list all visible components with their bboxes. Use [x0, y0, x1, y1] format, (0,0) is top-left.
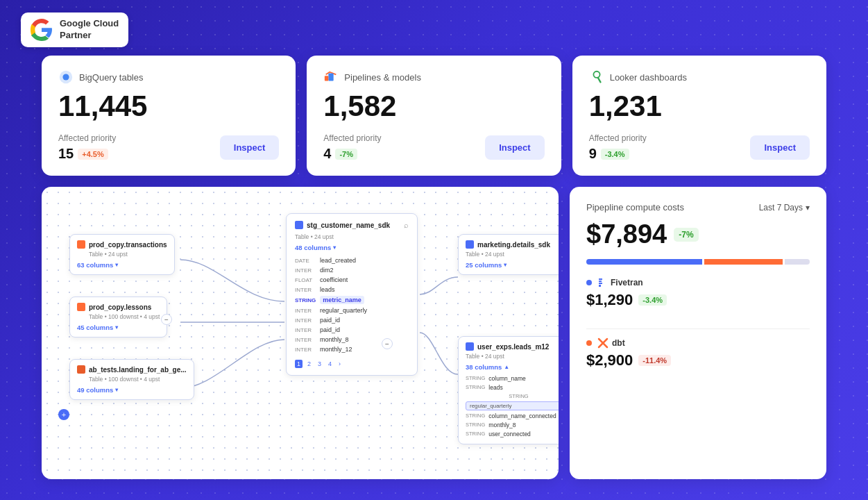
dbt-amount-row: $2,900 -11.4% [586, 351, 810, 369]
pipelines-inspect-button[interactable]: Inspect [485, 135, 545, 160]
table-icon-1 [77, 240, 85, 249]
field-row-2: INTERdim2 [295, 265, 409, 275]
vendor-fivetran: Fivetran $1,290 -3.4% [586, 277, 810, 309]
date-filter[interactable]: Last 7 Days ▾ [759, 203, 810, 212]
bigquery-affected-label: Affected priority [58, 133, 116, 143]
dbt-amount: $2,900 [586, 351, 633, 369]
regular-quarterly-input[interactable] [466, 401, 559, 410]
gcp-logo-icon [31, 19, 53, 41]
center-node-name: stg_customer_name_sdk [307, 222, 390, 229]
pipelines-number: 1,582 [323, 90, 544, 122]
bigquery-number: 11,445 [58, 90, 279, 122]
svg-rect-6 [599, 281, 602, 282]
looker-card: Looker dashboards 1,231 Affected priorit… [572, 56, 826, 176]
center-node: stg_customer_name_sdk ⌕ Table • 24 upst … [286, 213, 418, 376]
costs-total-badge: -7% [674, 228, 698, 242]
bigquery-header: BigQuery tables [58, 69, 279, 85]
looker-affected: Affected priority 9 -3.4% [589, 133, 647, 162]
svg-rect-2 [329, 74, 334, 81]
pipelines-title: Pipelines & models [344, 72, 421, 83]
right-node-1-name: marketing.details_sdk [477, 241, 550, 249]
main-content: BigQuery tables 11,445 Affected priority… [42, 56, 826, 479]
rfield-4: STRINGmonthly_8 [466, 420, 559, 429]
left-node-3: ab_tests.landing_for_ab_ge... Table • 10… [69, 359, 194, 400]
costs-title: Pipepline compute costs [586, 202, 684, 212]
pipelines-card: Pipelines & models 1,582 Affected priori… [307, 56, 561, 176]
bigquery-affected: Affected priority 15 +4.5% [58, 133, 116, 162]
fivetran-amount-row: $1,290 -3.4% [586, 291, 810, 309]
pipelines-affected: Affected priority 4 -7% [323, 133, 381, 162]
pipelines-affected-value: 4 -7% [323, 146, 381, 162]
right-node-2: user_exps.leads_m12 ⌕ Table • 24 upst 38… [458, 336, 559, 444]
bottom-row: prod_copy.transactions Table • 24 upst 6… [42, 187, 826, 479]
svg-rect-3 [325, 76, 329, 81]
gcp-partner-badge: Google Cloud Partner [21, 12, 128, 47]
looker-icon [589, 69, 604, 85]
field-row-6: INTERregular_quarterly [295, 306, 409, 315]
rfield-5: STRINGuser_connected [466, 429, 559, 438]
stats-row: BigQuery tables 11,445 Affected priority… [42, 56, 826, 176]
vendor-fivetran-header: Fivetran [586, 277, 810, 288]
svg-rect-5 [599, 278, 602, 280]
plus-button[interactable]: + [58, 409, 69, 420]
looker-badge: -3.4% [601, 149, 629, 160]
bigquery-inspect-button[interactable]: Inspect [220, 135, 280, 160]
fivetran-amount: $1,290 [586, 291, 633, 309]
bigquery-badge: +4.5% [78, 149, 108, 160]
fivetran-logo: Fivetran [597, 277, 643, 288]
left-node-2-subtitle: Table • 100 downst • 4 upst [89, 313, 160, 320]
right-node-1-icon [466, 240, 474, 249]
looker-inspect-button[interactable]: Inspect [750, 135, 810, 160]
center-pagination: 1 2 3 4 › [295, 360, 409, 368]
bigquery-affected-value: 15 +4.5% [58, 146, 116, 162]
svg-rect-8 [599, 285, 601, 287]
vendor-dbt: dbt $2,900 -11.4% [586, 338, 810, 369]
pipelines-icon [323, 69, 339, 85]
center-search-icon[interactable]: ⌕ [404, 221, 409, 229]
svg-rect-7 [599, 283, 602, 284]
gcp-subtitle: Partner [60, 30, 119, 42]
pipelines-badge: -7% [335, 149, 357, 160]
costs-progress-bar [586, 259, 810, 265]
field-row-4: INTERleads [295, 285, 409, 294]
vendor-dot-orange [586, 340, 592, 346]
field-row-5: STRINGmetric_name [295, 294, 409, 306]
dbt-icon [597, 338, 609, 349]
table-icon-3 [77, 365, 85, 374]
gcp-title: Google Cloud [60, 18, 119, 30]
bigquery-card: BigQuery tables 11,445 Affected priority… [42, 56, 296, 176]
left-node-2-name: prod_copy.lessons [89, 303, 151, 311]
looker-affected-value: 9 -3.4% [589, 146, 647, 162]
pipelines-affected-label: Affected priority [323, 133, 381, 143]
fivetran-name: Fivetran [611, 278, 643, 288]
right-node-2-subtitle: Table • 24 upst [466, 353, 559, 360]
progress-segment-gray [785, 259, 810, 265]
bigquery-icon [58, 69, 74, 85]
pipeline-inner: prod_copy.transactions Table • 24 upst 6… [42, 187, 559, 479]
pipeline-costs-card: Pipepline compute costs Last 7 Days ▾ $7… [570, 187, 826, 479]
pipelines-footer: Affected priority 4 -7% Inspect [323, 133, 544, 162]
chevron-down-icon: ▾ [806, 203, 810, 212]
vendor-divider [586, 328, 810, 329]
right-node-1: marketing.details_sdk Table • 24 upst 25… [458, 234, 559, 275]
looker-title: Looker dashboards [610, 72, 687, 83]
field-row-7: INTERpaid_id [295, 315, 409, 325]
svg-point-4 [593, 72, 599, 78]
table-icon-2 [77, 303, 85, 311]
progress-segment-orange [704, 259, 783, 265]
field-row-8: INTERpaid_id [295, 325, 409, 335]
fivetran-badge: -3.4% [638, 294, 667, 306]
bigquery-title: BigQuery tables [79, 72, 144, 83]
left-node-2-columns: 45 columns ▾ [77, 324, 160, 331]
rfield-1: STRINGcolumn_name [466, 374, 559, 383]
minus-button-left2[interactable]: − [161, 314, 172, 325]
left-node-3-subtitle: Table • 100 downst • 4 upst [89, 376, 187, 383]
looker-footer: Affected priority 9 -3.4% Inspect [589, 133, 810, 162]
right-node-2-name: user_exps.leads_m12 [477, 343, 549, 351]
bigquery-footer: Affected priority 15 +4.5% Inspect [58, 133, 279, 162]
left-node-1: prod_copy.transactions Table • 24 upst 6… [69, 234, 175, 275]
svg-point-1 [62, 74, 69, 80]
left-node-3-columns: 49 columns ▾ [77, 386, 187, 394]
pipelines-header: Pipelines & models [323, 69, 544, 85]
rfield-input: STRING [466, 392, 559, 411]
